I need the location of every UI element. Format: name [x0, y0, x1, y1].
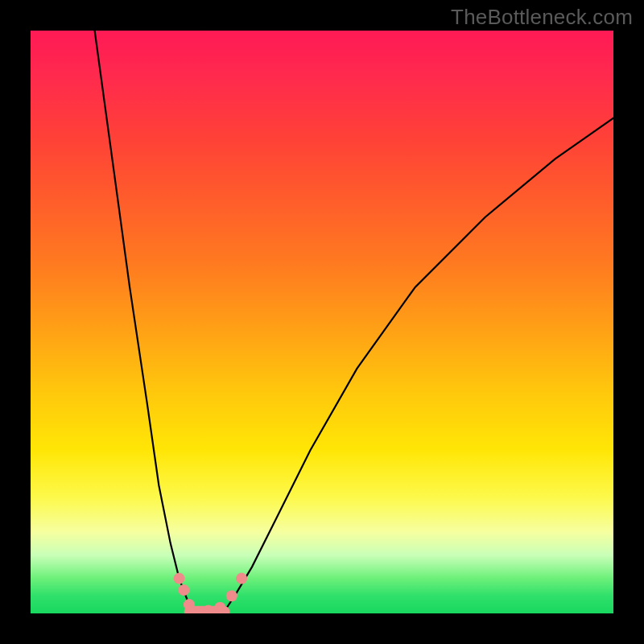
marker-dots	[174, 573, 248, 613]
marker-dot	[174, 573, 185, 584]
marker-dot	[226, 590, 237, 601]
outer-frame: TheBottleneck.com	[0, 0, 644, 644]
marker-dot	[214, 602, 225, 613]
curve-left-branch	[95, 31, 194, 613]
chart-svg	[31, 31, 613, 613]
marker-dot	[236, 573, 247, 584]
watermark-text: TheBottleneck.com	[451, 5, 633, 30]
plot-area	[31, 31, 613, 613]
curve-right-branch	[223, 118, 613, 613]
marker-dot	[178, 584, 189, 596]
marker-dot	[184, 599, 195, 610]
